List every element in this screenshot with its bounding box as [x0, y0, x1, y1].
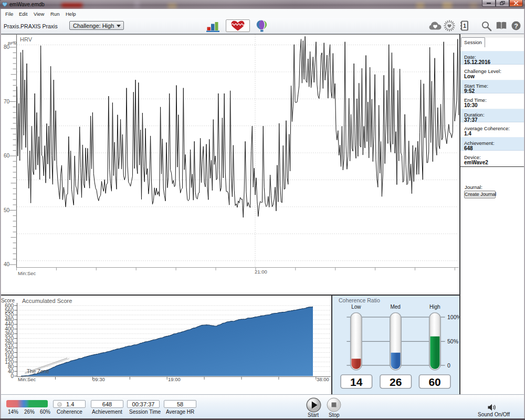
svg-text:14: 14 — [350, 376, 363, 388]
svg-text:100%: 100% — [447, 314, 459, 320]
svg-text:0: 0 — [447, 362, 450, 369]
svg-text:Med: Med — [390, 304, 400, 310]
svg-text:26: 26 — [390, 376, 402, 388]
svg-text:?: ? — [514, 23, 518, 30]
svg-text:1: 1 — [463, 23, 466, 29]
svg-text:Low: Low — [351, 304, 361, 310]
svg-text:60: 60 — [428, 376, 440, 388]
svg-text:50%: 50% — [447, 338, 458, 344]
svg-text:High: High — [429, 304, 440, 310]
svg-text:The Zone: The Zone — [27, 369, 49, 374]
